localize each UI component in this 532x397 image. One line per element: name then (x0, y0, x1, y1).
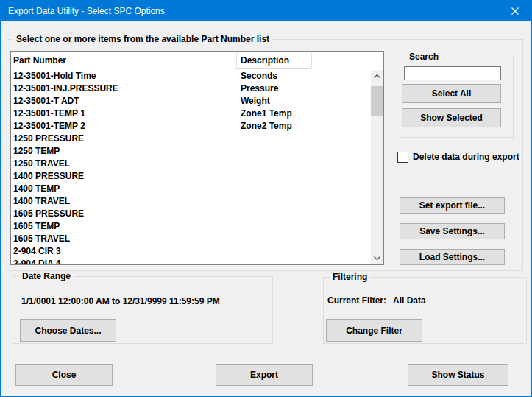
list-row-part-number: 2-904 CIR 3 (11, 245, 241, 258)
choose-dates-button[interactable]: Choose Dates... (20, 319, 116, 342)
list-row[interactable]: 1605 TEMP (11, 220, 371, 233)
chevron-up-icon (374, 74, 380, 78)
list-row-description: Zone2 Temp (241, 120, 371, 133)
select-all-label: Select All (432, 88, 472, 99)
column-header-description[interactable]: Description (241, 55, 289, 66)
list-row[interactable]: 1605 PRESSURE (11, 208, 371, 220)
search-input[interactable] (404, 66, 501, 80)
list-row[interactable]: 1400 TRAVEL (11, 195, 371, 208)
choose-dates-label: Choose Dates... (35, 326, 101, 336)
scrollbar-thumb[interactable] (371, 86, 383, 116)
list-row[interactable]: 12-35001-Hold Time Seconds (11, 70, 371, 82)
list-row-part-number: 1605 PRESSURE (11, 208, 241, 220)
list-row-part-number: 12-35001-INJ.PRESSURE (11, 82, 241, 95)
list-row[interactable]: 1250 PRESSURE (11, 133, 371, 145)
list-row-part-number: 1605 TEMP (11, 220, 241, 233)
list-row-part-number: 1400 TRAVEL (11, 195, 241, 208)
list-row[interactable]: 12-35001-INJ.PRESSURE Pressure (11, 82, 371, 95)
filtering-group-label: Filtering (330, 272, 370, 282)
column-divider (236, 53, 237, 68)
list-row-description: Pressure (241, 82, 371, 95)
export-data-utility-dialog: Export Data Utility - Select SPC Options… (0, 0, 532, 397)
set-export-file-label: Set export file... (419, 200, 485, 211)
list-row-part-number: 1250 TEMP (11, 145, 241, 158)
select-all-button[interactable]: Select All (402, 84, 501, 103)
close-dialog-label: Close (52, 370, 77, 380)
scroll-up-button[interactable] (371, 70, 383, 82)
list-row-description: Weight (241, 95, 371, 108)
save-settings-button[interactable]: Save Settings... (400, 223, 505, 239)
list-row-description: Zone1 Temp (241, 108, 371, 120)
list-row-description (241, 233, 371, 245)
part-select-group-label: Select one or more items from the availa… (13, 34, 272, 44)
export-button[interactable]: Export (216, 364, 313, 386)
part-list-body: 12-35001-Hold Time Seconds 12-35001-INJ.… (11, 70, 371, 264)
list-row-description (241, 245, 371, 258)
list-row-part-number: 1250 PRESSURE (11, 133, 241, 145)
titlebar[interactable]: Export Data Utility - Select SPC Options (1, 1, 531, 21)
change-filter-button[interactable]: Change Filter (326, 319, 422, 342)
search-group-label: Search (406, 52, 441, 62)
load-settings-label: Load Settings... (419, 252, 485, 262)
show-status-label: Show Status (431, 370, 484, 380)
list-row-description (241, 258, 371, 264)
list-row[interactable]: 12-35001-TEMP 1 Zone1 Temp (11, 108, 371, 120)
list-row-description (241, 133, 371, 145)
save-settings-label: Save Settings... (419, 226, 485, 236)
list-row-part-number: 12-35001-TEMP 1 (11, 108, 241, 120)
list-row[interactable]: 1400 TEMP (11, 183, 371, 195)
delete-data-checkbox[interactable] (397, 152, 408, 163)
show-selected-button[interactable]: Show Selected (402, 108, 501, 127)
current-filter-value: All Data (393, 295, 426, 306)
close-icon (511, 7, 519, 15)
window-title: Export Data Utility - Select SPC Options (8, 1, 165, 21)
list-row[interactable]: 12-35001-T ADT Weight (11, 95, 371, 108)
list-row-description (241, 170, 371, 183)
list-row[interactable]: 1605 TRAVEL (11, 233, 371, 245)
list-row[interactable]: 1250 TRAVEL (11, 158, 371, 170)
list-row-part-number: 2-904 DIA 4 (11, 258, 241, 264)
delete-data-checkbox-label: Delete data during export (413, 152, 519, 162)
set-export-file-button[interactable]: Set export file... (400, 197, 505, 214)
list-row-part-number: 1250 TRAVEL (11, 158, 241, 170)
show-selected-label: Show Selected (420, 113, 483, 123)
part-number-list: Part Number Description 12-35001-Hold Ti… (10, 51, 384, 265)
list-scrollbar[interactable] (371, 70, 383, 264)
list-row-part-number: 1400 PRESSURE (11, 170, 241, 183)
list-row-description: Seconds (241, 70, 371, 82)
scroll-down-button[interactable] (371, 252, 383, 264)
list-row-part-number: 12-35001-TEMP 2 (11, 120, 241, 133)
close-dialog-button[interactable]: Close (15, 364, 113, 386)
list-row[interactable]: 1250 TEMP (11, 145, 371, 158)
list-row-description (241, 208, 371, 220)
export-label: Export (250, 370, 278, 380)
change-filter-label: Change Filter (346, 326, 402, 336)
list-row[interactable]: 12-35001-TEMP 2 Zone2 Temp (11, 120, 371, 133)
show-status-button[interactable]: Show Status (408, 364, 508, 386)
list-row[interactable]: 2-904 CIR 3 (11, 245, 371, 258)
close-button[interactable] (498, 1, 531, 21)
list-row[interactable]: 2-904 DIA 4 (11, 258, 371, 264)
list-row-description (241, 183, 371, 195)
load-settings-button[interactable]: Load Settings... (400, 249, 505, 265)
chevron-down-icon (374, 256, 380, 260)
current-filter-label: Current Filter: (327, 295, 386, 306)
header-underline (236, 68, 311, 69)
list-row-part-number: 12-35001-T ADT (11, 95, 241, 108)
date-range-value: 1/1/0001 12:00:00 AM to 12/31/9999 11:59… (21, 296, 220, 306)
list-row-part-number: 12-35001-Hold Time (11, 70, 241, 82)
list-row-part-number: 1400 TEMP (11, 183, 241, 195)
list-row[interactable]: 1400 PRESSURE (11, 170, 371, 183)
list-row-description (241, 158, 371, 170)
column-header-part-number[interactable]: Part Number (13, 55, 66, 66)
list-row-description (241, 220, 371, 233)
list-row-description (241, 195, 371, 208)
list-row-description (241, 145, 371, 158)
date-range-group-label: Date Range (19, 271, 74, 281)
list-row-part-number: 1605 TRAVEL (11, 233, 241, 245)
part-list-header: Part Number Description (11, 52, 383, 70)
column-divider (311, 53, 312, 68)
